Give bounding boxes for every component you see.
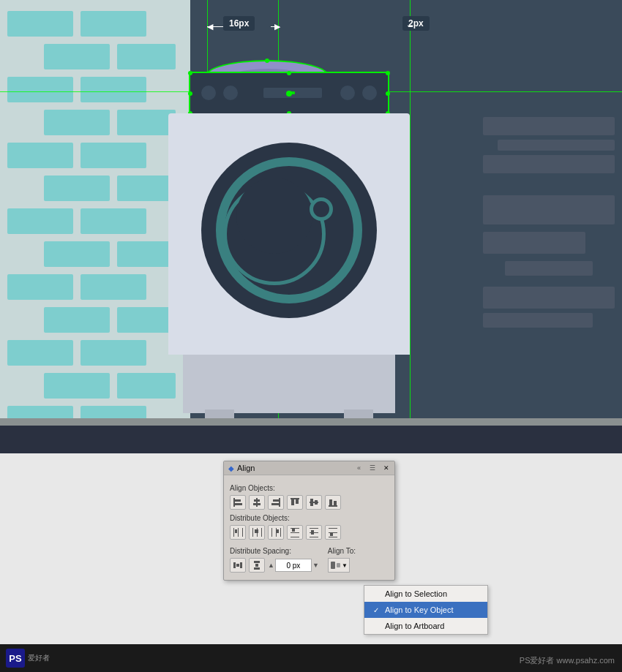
washing-machine (168, 73, 410, 424)
dropdown-chevron: ▼ (342, 562, 348, 569)
svg-rect-45 (254, 561, 260, 563)
dist-left-icon[interactable] (230, 525, 246, 540)
svg-rect-22 (252, 528, 253, 537)
svg-rect-43 (240, 562, 242, 568)
svg-rect-26 (271, 528, 272, 537)
washer-inner-circle (236, 178, 312, 254)
distribute-objects-label: Distribute Objects: (230, 514, 389, 522)
dist-center-v-icon[interactable] (306, 525, 322, 540)
align-panel-body: Align Objects: Distribute Objects: (224, 475, 394, 580)
svg-rect-14 (315, 500, 318, 505)
align-panel: ◆ Align « ☰ ✕ Align Objects: (223, 461, 395, 581)
align-top-icon[interactable] (287, 495, 303, 510)
dist-space-v-icon[interactable] (249, 558, 265, 573)
svg-rect-38 (329, 528, 337, 529)
check-artboard (373, 622, 382, 630)
svg-rect-18 (233, 528, 234, 537)
svg-rect-29 (277, 529, 279, 533)
svg-rect-32 (291, 537, 299, 537)
cabinet-panel-5 (483, 232, 585, 254)
dist-space-h-icon[interactable] (230, 558, 246, 573)
align-to-dropdown-menu: Align to Selection ✓ Align to Key Object… (364, 585, 488, 635)
align-center-h-icon[interactable] (249, 495, 265, 510)
align-panel-title: Align (237, 464, 255, 472)
panel-button-mid-right (340, 86, 355, 100)
svg-rect-17 (334, 501, 337, 505)
svg-rect-48 (331, 562, 335, 569)
align-right-icon[interactable] (268, 495, 284, 510)
washer-control-panel (190, 73, 388, 113)
align-bottom-icon[interactable] (325, 495, 341, 510)
svg-rect-40 (329, 537, 337, 537)
spacing-input-group: ▲ ▼ (268, 558, 319, 573)
footer: PS 爱好者 PS爱好者 www.psahz.com (0, 644, 622, 672)
check-selection (373, 590, 382, 598)
svg-rect-13 (310, 499, 313, 506)
dist-bottom-icon[interactable] (325, 525, 341, 540)
svg-rect-33 (292, 529, 295, 532)
dist-top-icon[interactable] (287, 525, 303, 540)
svg-rect-20 (242, 528, 243, 537)
cabinet-panel-1 (483, 117, 615, 135)
align-panel-header: ◆ Align « ☰ ✕ (224, 461, 394, 475)
align-left-icon[interactable] (230, 495, 246, 510)
svg-rect-1 (235, 499, 241, 502)
panel-close-button[interactable]: ✕ (383, 464, 390, 472)
ps-logo-area: PS 爱好者 (0, 644, 66, 672)
svg-rect-16 (329, 499, 332, 505)
panel-button-right (362, 86, 377, 100)
align-center-v-icon[interactable] (306, 495, 322, 510)
svg-rect-46 (254, 567, 260, 570)
svg-rect-21 (235, 529, 237, 533)
svg-rect-19 (238, 528, 239, 537)
dropdown-item-align-key-object[interactable]: ✓ Align to Key Object (364, 602, 487, 618)
svg-rect-47 (255, 564, 258, 567)
svg-rect-44 (236, 564, 239, 567)
align-objects-row (230, 495, 389, 510)
panel-display (263, 88, 322, 98)
svg-rect-11 (296, 499, 299, 504)
panel-button-left (201, 86, 216, 100)
svg-rect-25 (255, 529, 258, 533)
distribute-spacing-row: ▲ ▼ (230, 558, 319, 573)
svg-rect-0 (233, 498, 235, 507)
measure-arrow-right-head: ▶ (274, 22, 280, 31)
handle-dot-top (265, 58, 269, 63)
panel-menu-button[interactable]: ☰ (368, 464, 377, 472)
spacing-up-arrow[interactable]: ▲ (268, 562, 274, 569)
right-cabinet (483, 117, 615, 332)
cabinet-panel-4 (483, 195, 615, 224)
canvas-area: 16px ◀ ▶ 2px ↔ (0, 0, 622, 453)
svg-rect-31 (291, 532, 299, 533)
dropdown-item-align-artboard[interactable]: Align to Artboard (364, 618, 487, 634)
measure-arrow-left-head: ◀ (207, 22, 213, 31)
grid-line-v3 (410, 0, 411, 453)
panel-collapse-button[interactable]: « (356, 464, 362, 472)
svg-rect-30 (291, 528, 299, 529)
svg-rect-41 (330, 533, 333, 536)
panel-button-mid-left (223, 86, 238, 100)
align-to-dropdown[interactable]: ▼ (328, 558, 350, 573)
washer-drum-outer (201, 143, 377, 318)
svg-rect-28 (280, 528, 281, 537)
measure-label-16px: 16px (223, 16, 255, 31)
svg-rect-27 (276, 528, 277, 537)
svg-rect-37 (311, 530, 314, 535)
dropdown-item-align-selection[interactable]: Align to Selection (364, 586, 487, 602)
bottom-strip (0, 418, 622, 426)
svg-rect-42 (233, 562, 236, 568)
watermark-text: PS爱好者 www.psahz.com (520, 655, 615, 666)
svg-rect-39 (329, 532, 337, 533)
washer-base (183, 355, 395, 413)
svg-rect-5 (253, 503, 261, 505)
dist-center-h-icon[interactable] (249, 525, 265, 540)
dist-right-icon[interactable] (268, 525, 284, 540)
spacing-input[interactable] (275, 559, 312, 572)
distribute-spacing-label: Distribute Spacing: (230, 547, 319, 555)
ps-badge: PS (6, 649, 25, 668)
cabinet-panel-6 (505, 261, 593, 276)
svg-rect-6 (279, 498, 280, 507)
distribute-objects-row (230, 525, 389, 540)
bottom-dark-bar (0, 426, 622, 453)
spacing-down-arrow[interactable]: ▼ (312, 562, 319, 569)
